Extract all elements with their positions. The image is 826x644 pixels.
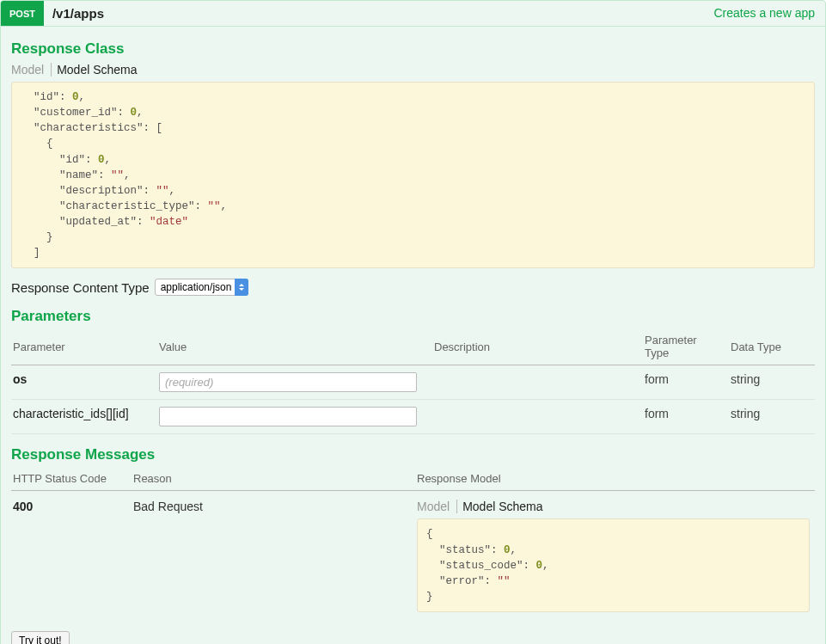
col-response-model: Response Model xyxy=(415,469,815,491)
param-value-input[interactable] xyxy=(159,372,417,392)
tab-model-schema[interactable]: Model Schema xyxy=(57,63,144,77)
param-data-type: string xyxy=(729,365,815,400)
param-data-type: string xyxy=(729,400,815,434)
response-messages-heading: Response Messages xyxy=(11,446,815,463)
parameters-table: Parameter Value Description Parameter Ty… xyxy=(11,330,815,434)
error-schema-code[interactable]: { "status": 0, "status_code": 0, "error"… xyxy=(417,518,810,612)
schema-tabs: ModelModel Schema xyxy=(417,500,810,513)
param-value-input[interactable] xyxy=(159,407,417,426)
col-description: Description xyxy=(432,330,643,365)
col-status-code: HTTP Status Code xyxy=(11,469,132,491)
response-class-heading: Response Class xyxy=(11,40,815,58)
status-code: 400 xyxy=(13,500,33,513)
try-it-out-button[interactable]: Try it out! xyxy=(11,631,70,644)
tab-model[interactable]: Model xyxy=(417,500,457,513)
operation-panel: POST /v1/apps Creates a new app Response… xyxy=(0,0,826,644)
tab-model[interactable]: Model xyxy=(11,63,52,77)
response-content-type-label: Response Content Type xyxy=(11,280,150,295)
col-data-type: Data Type xyxy=(729,330,815,365)
col-param-type: Parameter Type xyxy=(643,330,729,365)
table-row: 400 Bad Request ModelModel Schema { "sta… xyxy=(11,491,815,619)
param-name: os xyxy=(13,372,27,386)
tab-model-schema[interactable]: Model Schema xyxy=(462,500,549,513)
endpoint-path: /v1/apps xyxy=(44,1,113,26)
status-reason: Bad Request xyxy=(132,491,415,619)
response-content-type-row: Response Content Type application/json xyxy=(11,279,815,296)
operation-heading[interactable]: POST /v1/apps Creates a new app xyxy=(1,1,825,27)
param-description xyxy=(432,365,643,400)
schema-tabs: ModelModel Schema xyxy=(11,63,815,77)
param-type: form xyxy=(643,400,729,434)
operation-summary: Creates a new app xyxy=(703,1,825,26)
code-text: "id": 0, "customer_id": 0, "characterist… xyxy=(21,91,227,259)
param-type: form xyxy=(643,365,729,400)
response-messages-table: HTTP Status Code Reason Response Model 4… xyxy=(11,469,815,619)
operation-content: Response Class ModelModel Schema "id": 0… xyxy=(1,27,825,644)
response-schema-code[interactable]: "id": 0, "customer_id": 0, "characterist… xyxy=(11,82,815,268)
col-reason: Reason xyxy=(132,469,415,491)
parameters-heading: Parameters xyxy=(11,308,815,325)
code-text: { "status": 0, "status_code": 0, "error"… xyxy=(426,528,549,603)
http-method-badge: POST xyxy=(1,1,44,26)
table-row: characteristic_ids[][id] form string xyxy=(11,400,815,434)
response-content-type-select[interactable]: application/json xyxy=(155,279,248,296)
col-parameter: Parameter xyxy=(11,330,157,365)
table-row: os form string xyxy=(11,365,815,400)
param-description xyxy=(432,400,643,434)
col-value: Value xyxy=(157,330,432,365)
param-name: characteristic_ids[][id] xyxy=(13,407,129,420)
